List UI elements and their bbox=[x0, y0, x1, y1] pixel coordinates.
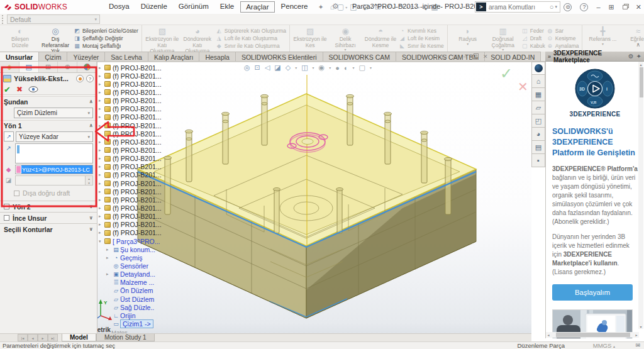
tree-item[interactable]: ▸(f) PROJ-B201... bbox=[99, 221, 174, 229]
restore-button[interactable] bbox=[623, 5, 628, 9]
cancel-button[interactable]: ✖ bbox=[16, 85, 23, 94]
expand-icon[interactable]: ▸ bbox=[99, 181, 104, 186]
scroll-down-icon[interactable]: ▾ bbox=[638, 324, 643, 329]
dropdown-caret-icon[interactable]: ▾ bbox=[345, 5, 347, 9]
direction2-checkbox[interactable] bbox=[4, 204, 9, 209]
apply-scene-icon[interactable]: ◐ bbox=[344, 64, 348, 72]
tab-scroll-0[interactable]: |◂ bbox=[18, 334, 28, 341]
tab-scroll-3[interactable]: ▸| bbox=[48, 334, 58, 341]
custom-properties-tab[interactable]: ▤ bbox=[531, 141, 545, 154]
thin-feature-checkbox[interactable] bbox=[4, 215, 9, 221]
tab-yüzeyler[interactable]: Yüzeyler bbox=[67, 52, 105, 61]
expand-panel-icon[interactable]: » bbox=[548, 53, 551, 60]
appearances-tab[interactable]: ◕ bbox=[531, 128, 545, 141]
tree-item-ön-düzlem[interactable]: ▱Ön Düzlem bbox=[99, 287, 174, 295]
expand-icon[interactable]: ▸ bbox=[99, 65, 104, 70]
expand-icon[interactable]: ▸ bbox=[106, 272, 112, 277]
expand-icon[interactable]: ▾ bbox=[99, 239, 104, 244]
menu-düzenle[interactable]: Düzenle bbox=[136, 1, 172, 13]
doc-close-icon[interactable]: ✕ bbox=[483, 53, 488, 60]
expand-icon[interactable]: ▸ bbox=[99, 123, 104, 128]
search-input[interactable] bbox=[486, 4, 550, 11]
expand-icon[interactable]: ▸ bbox=[99, 214, 104, 219]
pin-menu-icon[interactable]: ✦ bbox=[318, 3, 323, 11]
tree-item[interactable]: ▸(f) PROJ-B201... bbox=[99, 171, 174, 179]
ribbon-collapse-icon[interactable]: ∧ bbox=[636, 42, 640, 48]
units-selector[interactable]: MMGS ▴ bbox=[593, 342, 615, 349]
draft-angle-spinner[interactable]: ▴▾ bbox=[15, 175, 93, 186]
selected-contours-section-header[interactable]: Seçili Konturlar ∨ bbox=[0, 223, 97, 235]
expand-icon[interactable]: ▸ bbox=[99, 106, 104, 111]
ribbon-döndürme-ile-kesme[interactable]: ◓Döndürme ile Kesme bbox=[364, 26, 397, 48]
doc-minimize-icon[interactable]: – bbox=[464, 53, 467, 60]
expand-icon[interactable]: ▸ bbox=[99, 206, 104, 211]
tab-scroll-1[interactable]: ◂ bbox=[28, 334, 38, 341]
confirmation-accept-icon[interactable]: ✓ bbox=[500, 65, 513, 82]
expand-icon[interactable]: ▸ bbox=[99, 230, 104, 235]
horizontal-scrollbar-thumb[interactable] bbox=[556, 333, 630, 337]
expand-icon[interactable]: ▸ bbox=[99, 90, 104, 95]
home-tab[interactable]: ⌂ bbox=[531, 75, 545, 88]
expand-icon[interactable]: ▸ bbox=[99, 172, 104, 177]
ribbon-referans[interactable]: ╋Referans ...▾ bbox=[586, 26, 619, 46]
ribbon-bileşenleri-gizle-göster[interactable]: ◩Bileşenleri Gizle/Göster bbox=[74, 28, 138, 35]
direction-selection-box[interactable] bbox=[15, 143, 93, 163]
configuration-manager-tab[interactable]: ⊞ bbox=[39, 62, 58, 72]
expand-icon[interactable]: ▸ bbox=[99, 164, 104, 169]
dropdown-caret-icon[interactable]: ▾ bbox=[329, 65, 331, 70]
help-icon[interactable]: ? bbox=[86, 75, 94, 82]
vertical-scrollbar[interactable] bbox=[638, 62, 643, 329]
expand-icon[interactable]: ▸ bbox=[99, 197, 104, 202]
property-manager-tab[interactable]: ▤ bbox=[19, 62, 39, 72]
dropdown-caret-icon[interactable]: ▾ bbox=[353, 65, 355, 70]
ribbon-radyus[interactable]: ◗Radyus▾ bbox=[451, 26, 485, 46]
tree-item-orijin[interactable]: ∟Orijin bbox=[99, 311, 174, 319]
tree-item[interactable]: ▸(f) PROJ-B201... bbox=[99, 179, 174, 187]
tree-item[interactable]: ▸(f) PROJ-B201... bbox=[99, 121, 174, 130]
ribbon-draft[interactable]: ◿Draft bbox=[521, 35, 545, 42]
direction2-section-header[interactable]: Yön 2 ∨ bbox=[0, 201, 97, 212]
cascade-icon[interactable]: ◲ bbox=[453, 53, 458, 60]
display-style-icon[interactable]: ◫ bbox=[301, 64, 308, 72]
tree-item[interactable]: ▸(f) PROJ-B201... bbox=[99, 97, 174, 105]
tree-item-sensörler[interactable]: ◎Sensörler bbox=[99, 262, 174, 270]
from-section-header[interactable]: Şundan ∧ bbox=[0, 96, 97, 106]
tile-icon[interactable]: ◱ bbox=[441, 53, 447, 60]
tree-item-geçmiş[interactable]: ▸◔Geçmiş bbox=[99, 253, 174, 262]
search-caret-icon[interactable]: ▾ bbox=[555, 4, 557, 9]
tree-item-edited-part[interactable]: ▾[ Parça3^PRO... bbox=[99, 237, 174, 245]
ribbon-delik-sihirbazı[interactable]: ◉Delik Sihirbazı▾ bbox=[328, 26, 362, 52]
help-icon[interactable]: ? bbox=[580, 3, 588, 11]
panel-pin-icon[interactable]: ✦ bbox=[636, 53, 641, 60]
ribbon-şeffaflığı-değiştir[interactable]: ◨Şeffaflığı Değiştir bbox=[74, 35, 138, 42]
zoom-to-area-icon[interactable]: ⊡ bbox=[255, 64, 260, 72]
tree-item[interactable]: ▸(f) PROJ-B201... bbox=[99, 130, 174, 138]
expand-icon[interactable]: ▸ bbox=[106, 255, 112, 260]
section-view-icon[interactable]: ◪ bbox=[274, 64, 280, 72]
dimxpert-manager-tab[interactable]: ⊕ bbox=[58, 62, 77, 72]
tree-item[interactable]: ▸(f) PROJ-B201... bbox=[99, 146, 174, 154]
user-account-icon[interactable]: ⊜ bbox=[564, 3, 572, 11]
tree-item-detayland[interactable]: ▸▣Detayland... bbox=[99, 270, 174, 279]
menu-pencere[interactable]: Pencere bbox=[276, 1, 313, 13]
doc-restore-icon[interactable] bbox=[472, 55, 477, 59]
ribbon-loft-ile-katı-oluşturma[interactable]: ◮Loft ile Katı Oluşturma bbox=[216, 35, 286, 42]
expand-icon[interactable]: ▸ bbox=[99, 222, 104, 227]
ribbon-süpürerek-katı-oluşturma[interactable]: ◭Süpürerek Katı Oluşturma bbox=[216, 28, 286, 35]
expand-icon[interactable]: ▸ bbox=[99, 82, 104, 87]
design-library-tab[interactable]: ▦ bbox=[531, 88, 545, 101]
tab-sac-levha[interactable]: Sac Levha bbox=[104, 52, 148, 61]
tree-item[interactable]: ▸(f) PROJ-B201... bbox=[99, 229, 174, 237]
expand-icon[interactable]: ▸ bbox=[99, 114, 104, 119]
close-button[interactable]: ✕ bbox=[636, 3, 641, 11]
dropdown-caret-icon[interactable]: ▾ bbox=[295, 65, 297, 70]
ribbon-sar[interactable]: ◍Sar bbox=[547, 28, 579, 35]
tree-item[interactable]: ▸(f) PROJ-B201... bbox=[99, 105, 174, 113]
search-icon[interactable]: ○ bbox=[550, 3, 554, 11]
menu-dosya[interactable]: Dosya bbox=[104, 1, 135, 13]
menu-ekle[interactable]: Ekle bbox=[215, 1, 239, 13]
expand-icon[interactable]: ▸ bbox=[99, 74, 104, 79]
tree-item[interactable]: ▸(f) PROJ-B201... bbox=[99, 187, 174, 196]
toolbar-drag-handle[interactable] bbox=[2, 15, 4, 24]
tree-item[interactable]: ▸(f) PROJ-B201... bbox=[99, 163, 174, 171]
